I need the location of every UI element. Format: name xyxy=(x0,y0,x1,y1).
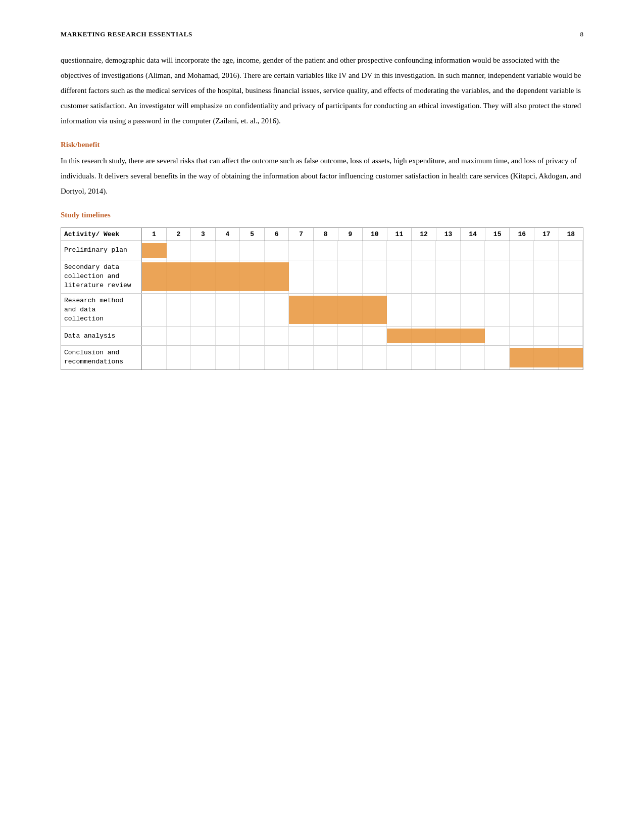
gantt-cell xyxy=(289,327,314,345)
section-heading-timelines: Study timelines xyxy=(61,211,583,219)
gantt-cell xyxy=(314,241,338,260)
gantt-cell xyxy=(363,327,387,345)
gantt-week-header-cell: 2 xyxy=(167,228,191,241)
gantt-row-label: Conclusion andrecommendations xyxy=(61,346,142,369)
gantt-week-header-cell: 10 xyxy=(363,228,387,241)
gantt-bar xyxy=(289,296,387,325)
gantt-cell xyxy=(265,346,289,369)
gantt-cell xyxy=(363,241,387,260)
gantt-week-header-cell: 1 xyxy=(142,228,167,241)
gantt-row-label: Secondary datacollection andliterature r… xyxy=(61,260,142,293)
gantt-cell xyxy=(191,346,216,369)
gantt-rows: Preliminary planSecondary datacollection… xyxy=(61,241,583,369)
gantt-cell xyxy=(387,260,412,293)
gantt-cell xyxy=(167,241,191,260)
gantt-row: Data analysis xyxy=(61,327,583,346)
gantt-row: Research methodand datacollection xyxy=(61,294,583,327)
gantt-cell xyxy=(485,294,510,327)
gantt-cell xyxy=(191,294,216,327)
gantt-cell xyxy=(534,241,559,260)
page: MARKETING RESEARCH ESSENTIALS 8 question… xyxy=(0,0,644,834)
gantt-week-header-cell: 15 xyxy=(485,228,510,241)
gantt-week-header-cell: 5 xyxy=(240,228,265,241)
gantt-week-header-cell: 13 xyxy=(436,228,461,241)
gantt-bar xyxy=(142,243,167,258)
gantt-cell xyxy=(142,294,167,327)
gantt-cell xyxy=(559,294,583,327)
page-header: MARKETING RESEARCH ESSENTIALS 8 xyxy=(61,30,583,38)
gantt-cell xyxy=(240,346,265,369)
gantt-cell xyxy=(510,327,534,345)
gantt-cell xyxy=(534,260,559,293)
gantt-cell xyxy=(485,346,510,369)
gantt-cell xyxy=(191,241,216,260)
gantt-cell xyxy=(363,260,387,293)
gantt-cell xyxy=(559,260,583,293)
gantt-week-header-cell: 16 xyxy=(510,228,534,241)
gantt-cell xyxy=(436,241,461,260)
gantt-row: Preliminary plan xyxy=(61,241,583,260)
gantt-week-header-cell: 18 xyxy=(559,228,583,241)
gantt-row-bars xyxy=(142,241,583,260)
gantt-cell xyxy=(216,346,240,369)
gantt-cell xyxy=(167,327,191,345)
gantt-cell xyxy=(461,260,485,293)
gantt-cell xyxy=(387,346,412,369)
intro-paragraph: questionnaire, demographic data will inc… xyxy=(61,53,583,128)
gantt-cell xyxy=(559,241,583,260)
gantt-cell xyxy=(314,327,338,345)
section-risk-benefit: Risk/benefit In this research study, the… xyxy=(61,141,583,199)
paragraph-1: questionnaire, demographic data will inc… xyxy=(61,53,583,128)
gantt-cell xyxy=(142,346,167,369)
gantt-row-label: Preliminary plan xyxy=(61,241,142,260)
gantt-cell xyxy=(142,327,167,345)
risk-text: In this research study, there are severa… xyxy=(61,153,583,199)
gantt-bar xyxy=(142,262,289,291)
gantt-cell xyxy=(338,327,363,345)
gantt-cell xyxy=(314,260,338,293)
gantt-weeks-header: 123456789101112131415161718 xyxy=(142,228,583,241)
gantt-week-header-cell: 4 xyxy=(216,228,240,241)
gantt-cell xyxy=(216,294,240,327)
gantt-row: Conclusion andrecommendations xyxy=(61,346,583,369)
gantt-cell xyxy=(461,346,485,369)
gantt-cell xyxy=(436,260,461,293)
gantt-chart: Activity/ Week 1234567891011121314151617… xyxy=(61,227,583,370)
gantt-cell xyxy=(265,327,289,345)
gantt-cell xyxy=(167,294,191,327)
gantt-row-bars xyxy=(142,294,583,327)
gantt-cell xyxy=(240,294,265,327)
gantt-cell xyxy=(534,294,559,327)
gantt-cell xyxy=(461,241,485,260)
gantt-cell xyxy=(510,294,534,327)
gantt-cell xyxy=(559,327,583,345)
gantt-bar xyxy=(510,348,583,367)
gantt-cell xyxy=(412,346,436,369)
gantt-cell xyxy=(314,346,338,369)
gantt-row-label: Research methodand datacollection xyxy=(61,294,142,327)
gantt-cell xyxy=(289,260,314,293)
gantt-week-header-cell: 14 xyxy=(461,228,485,241)
gantt-week-header-cell: 12 xyxy=(412,228,436,241)
gantt-cell xyxy=(363,346,387,369)
gantt-cell xyxy=(338,346,363,369)
header-title: MARKETING RESEARCH ESSENTIALS xyxy=(61,30,192,38)
section-study-timelines: Study timelines Activity/ Week 123456789… xyxy=(61,211,583,370)
gantt-week-header-cell: 6 xyxy=(265,228,289,241)
gantt-cell xyxy=(412,260,436,293)
header-page-number: 8 xyxy=(580,30,584,38)
gantt-week-header-cell: 3 xyxy=(191,228,216,241)
gantt-week-header-cell: 17 xyxy=(534,228,559,241)
gantt-cell xyxy=(338,241,363,260)
section-heading-risk: Risk/benefit xyxy=(61,141,583,149)
gantt-row: Secondary datacollection andliterature r… xyxy=(61,260,583,294)
gantt-row-bars xyxy=(142,260,583,293)
gantt-cell xyxy=(510,241,534,260)
gantt-header-label: Activity/ Week xyxy=(61,228,142,241)
gantt-bar xyxy=(387,329,485,343)
gantt-week-header-cell: 8 xyxy=(314,228,338,241)
gantt-cell xyxy=(167,346,191,369)
gantt-cell xyxy=(265,294,289,327)
gantt-cell xyxy=(191,327,216,345)
gantt-cell xyxy=(510,260,534,293)
